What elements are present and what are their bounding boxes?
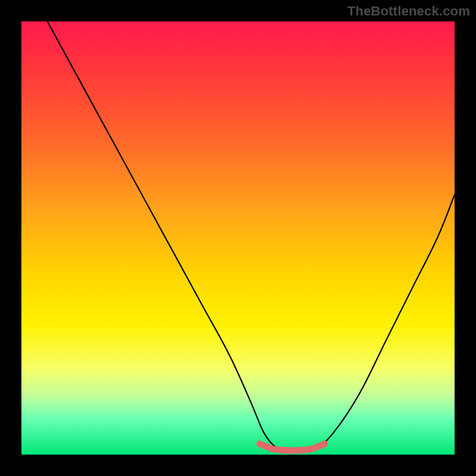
chart-plot-area bbox=[21, 21, 455, 455]
watermark-text: TheBottleneck.com bbox=[347, 4, 470, 19]
chart-frame: TheBottleneck.com bbox=[0, 0, 476, 476]
bottleneck-curve bbox=[48, 21, 455, 450]
optimal-segment bbox=[259, 444, 324, 450]
chart-svg bbox=[21, 21, 455, 455]
